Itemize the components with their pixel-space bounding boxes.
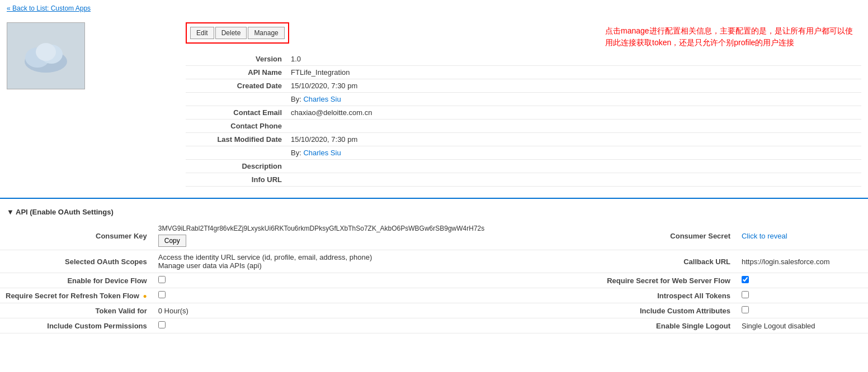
contact-phone-value	[286, 120, 861, 133]
last-modified-label: Last Modified Date	[186, 133, 286, 146]
consumer-secret-label: Consumer Secret	[601, 222, 736, 250]
callback-url-value: https://login.salesforce.com	[736, 250, 868, 273]
version-value: 1.0	[286, 53, 861, 66]
consumer-key-label: Consumer Key	[0, 222, 153, 250]
manage-button[interactable]: Manage	[248, 27, 284, 39]
custom-permissions-row: Include Custom Permissions Enable Single…	[0, 318, 868, 333]
delete-button[interactable]: Delete	[215, 27, 247, 39]
created-by-prefix: By:	[291, 95, 301, 103]
contact-phone-row: Contact Phone	[186, 120, 861, 133]
back-to-list-link[interactable]: « Back to List: Custom Apps	[0, 0, 868, 17]
info-icon: ●	[143, 292, 147, 300]
scope-value-1: Access the identity URL service (id, pro…	[158, 253, 596, 261]
annotation-text: 点击manage进行配置相关信息，主要配置的是，是让所有用户都可以使用此连接获取…	[605, 25, 857, 49]
device-flow-row: Enable for Device Flow Require Secret fo…	[0, 273, 868, 288]
device-flow-checkbox-cell	[153, 273, 601, 288]
selected-scopes-row: Selected OAuth Scopes Access the identit…	[0, 250, 868, 273]
custom-attributes-label: Include Custom Attributes	[601, 303, 736, 318]
version-label: Version	[186, 53, 286, 66]
last-modified-by-link[interactable]: Charles Siu	[303, 149, 341, 157]
scope-value-2: Manage user data via APIs (api)	[158, 261, 596, 270]
last-modified-value: 15/10/2020, 7:30 pm	[286, 133, 861, 146]
last-modified-row: Last Modified Date 15/10/2020, 7:30 pm	[186, 133, 861, 146]
last-modified-by-prefix: By:	[291, 149, 301, 157]
introspect-tokens-checkbox[interactable]	[742, 291, 749, 298]
custom-attributes-checkbox-cell	[736, 303, 868, 318]
created-date-label: Created Date	[186, 79, 286, 93]
require-secret-refresh-label: Require Secret for Refresh Token Flow ●	[0, 288, 153, 303]
selected-scopes-value-cell: Access the identity URL service (id, pro…	[153, 250, 601, 273]
custom-permissions-label: Include Custom Permissions	[0, 318, 153, 333]
custom-permissions-checkbox[interactable]	[158, 321, 166, 328]
oauth-section-header: ▼ API (Enable OAuth Settings)	[0, 204, 868, 220]
description-row: Description	[186, 160, 861, 173]
oauth-table: Consumer Key 3MVG9iLRabl2Tf4gr86vkEZj9Lx…	[0, 222, 868, 333]
copy-button[interactable]: Copy	[158, 235, 186, 247]
created-date-row: Created Date 15/10/2020, 7:30 pm	[186, 79, 861, 93]
device-flow-checkbox[interactable]	[158, 276, 166, 283]
cloud-svg-icon	[18, 36, 74, 75]
device-flow-label: Enable for Device Flow	[0, 273, 153, 288]
contact-phone-label: Contact Phone	[186, 120, 286, 133]
api-name-value: FTLife_Integration	[286, 66, 861, 79]
consumer-key-value: 3MVG9iLRabl2Tf4gr86vkEZj9LxyskUi6RKTou6r…	[158, 225, 596, 232]
contact-email-row: Contact Email chaxiao@deloitte.com.cn	[186, 106, 861, 120]
created-date-value: 15/10/2020, 7:30 pm	[286, 79, 861, 93]
api-name-label: API Name	[186, 66, 286, 79]
section-divider	[0, 198, 868, 199]
contact-email-value: chaxiao@deloitte.com.cn	[286, 106, 861, 120]
click-to-reveal-link[interactable]: Click to reveal	[742, 232, 787, 240]
api-name-row: API Name FTLife_Integration	[186, 66, 861, 79]
custom-attributes-checkbox[interactable]	[742, 306, 749, 313]
info-url-value	[286, 173, 861, 187]
version-row: Version 1.0	[186, 53, 861, 66]
detail-table: Version 1.0 API Name FTLife_Integration …	[186, 53, 861, 187]
consumer-key-value-cell: 3MVG9iLRabl2Tf4gr86vkEZj9LxyskUi6RKTou6r…	[153, 222, 601, 250]
token-valid-label: Token Valid for	[0, 303, 153, 318]
require-secret-web-label: Require Secret for Web Server Flow	[601, 273, 736, 288]
info-url-label: Info URL	[186, 173, 286, 187]
edit-button[interactable]: Edit	[190, 27, 214, 39]
callback-url-label: Callback URL	[601, 250, 736, 273]
require-secret-web-checkbox-cell	[736, 273, 868, 288]
require-secret-refresh-checkbox-cell	[153, 288, 601, 303]
last-modified-by-row: By: Charles Siu	[186, 146, 861, 160]
custom-permissions-checkbox-cell	[153, 318, 601, 333]
introspect-tokens-checkbox-cell	[736, 288, 868, 303]
description-label: Description	[186, 160, 286, 173]
single-logout-value: Single Logout disabled	[736, 318, 868, 333]
require-secret-web-checkbox[interactable]	[742, 276, 749, 283]
token-valid-value: 0 Hour(s)	[153, 303, 601, 318]
info-url-row: Info URL	[186, 173, 861, 187]
description-value	[286, 160, 861, 173]
consumer-key-row: Consumer Key 3MVG9iLRabl2Tf4gr86vkEZj9Lx…	[0, 222, 868, 250]
introspect-tokens-label: Introspect All Tokens	[601, 288, 736, 303]
require-secret-refresh-checkbox[interactable]	[158, 291, 166, 298]
selected-scopes-label: Selected OAuth Scopes	[0, 250, 153, 273]
contact-email-label: Contact Email	[186, 106, 286, 120]
svg-point-3	[36, 43, 56, 61]
consumer-secret-value-cell: Click to reveal	[736, 222, 868, 250]
app-logo	[7, 22, 85, 89]
created-by-row: By: Charles Siu	[186, 93, 861, 106]
require-secret-refresh-row: Require Secret for Refresh Token Flow ● …	[0, 288, 868, 303]
action-buttons-container: Edit Delete Manage	[186, 22, 289, 44]
token-valid-row: Token Valid for 0 Hour(s) Include Custom…	[0, 303, 868, 318]
single-logout-label: Enable Single Logout	[601, 318, 736, 333]
created-by-link[interactable]: Charles Siu	[303, 95, 341, 103]
